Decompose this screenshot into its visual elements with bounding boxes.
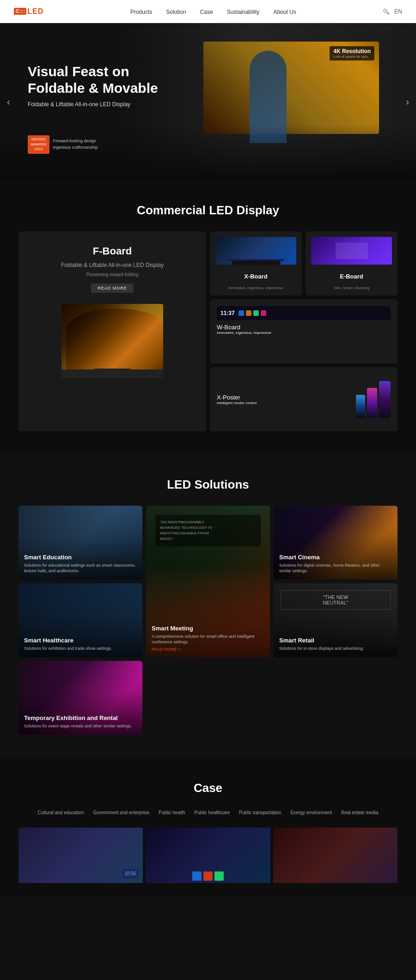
- cinema-content: Smart Cinema Solutions for digital cinem…: [279, 554, 392, 574]
- xposter-tagline: Intelligent cluster control: [217, 401, 351, 405]
- right-products: X-Board Innovative, Ingenious, Impressiv…: [210, 231, 398, 431]
- meeting-title: Smart Meeting: [152, 625, 264, 632]
- wboard-name: W-Board: [217, 324, 271, 331]
- products-grid: F-Board Foldable & Liftable All-in-one L…: [18, 231, 398, 431]
- wboard-icon-4: [261, 310, 266, 316]
- hero-subtitle: Foldable & Liftable All-in-one LED Displ…: [28, 101, 166, 108]
- wboard-display: 11:37: [217, 306, 391, 320]
- healthcare-title: Smart Healthcare: [24, 637, 137, 644]
- nav-item-about[interactable]: About Us: [273, 7, 296, 16]
- exhibition-desc: Solutions for event stage rentals and ot…: [24, 723, 137, 729]
- case-image-1[interactable]: 10:56: [18, 828, 143, 883]
- language-selector[interactable]: EN: [394, 8, 402, 15]
- xboard-name: X-Board: [244, 273, 268, 280]
- award-text: Forward-looking design ingenious craftsm…: [53, 138, 98, 151]
- hero-title: Visual Feast on Foldable & Movable: [28, 63, 166, 97]
- case-title: Case: [18, 781, 398, 795]
- fboard-sub: Pioneering inward-folding: [86, 272, 139, 277]
- education-desc: Solutions for educational settings such …: [24, 563, 137, 574]
- navbar-icons: 🔍 EN: [383, 8, 402, 15]
- education-content: Smart Education Solutions for educationa…: [24, 554, 137, 574]
- hero-section: 4K Resolution Lots of space for you Visu…: [0, 23, 416, 180]
- product-card-xposter[interactable]: X-Poster Intelligent cluster control: [210, 367, 398, 431]
- retail-desc: Solutions for in-store displays and adve…: [279, 646, 392, 652]
- case-section: Case Cultural and education Government a…: [0, 758, 416, 897]
- fboard-image: [61, 304, 163, 378]
- solution-card-exhibition[interactable]: Temporary Exhibition and Rental Solution…: [18, 661, 142, 735]
- case-image-3[interactable]: [273, 828, 398, 883]
- logo[interactable]: C□□ LED: [14, 7, 43, 16]
- xposter-name: X-Poster: [217, 394, 351, 401]
- fboard-tagline: Foldable & Liftable All-in-one LED Displ…: [61, 262, 164, 268]
- case-tab-realestate[interactable]: Real estate media: [341, 809, 379, 816]
- hero-resolution-badge: 4K Resolution Lots of space for you: [330, 46, 374, 60]
- poster-panel-2: [367, 388, 377, 418]
- case-tab-energy[interactable]: Energy environment: [290, 809, 332, 816]
- wboard-icon-1: [239, 310, 244, 316]
- meeting-desc: A comprehensive solution for smart offic…: [152, 634, 264, 645]
- hero-award: DESIGN AWARDS 2023 Forward-looking desig…: [28, 135, 166, 153]
- solution-card-education[interactable]: Smart Education Solutions for educationa…: [18, 506, 142, 580]
- solutions-section: LED Solutions Smart Education Solutions …: [0, 454, 416, 758]
- hero-next-arrow[interactable]: ›: [406, 97, 409, 107]
- commercial-section: Commercial LED Display F-Board Foldable …: [0, 180, 416, 454]
- logo-text: LED: [27, 7, 43, 16]
- cinema-desc: Solutions for digital cinemas, home thea…: [279, 563, 392, 574]
- nav-item-case[interactable]: Case: [200, 7, 213, 16]
- wboard-tagline: Innovative, ingenious, impressive: [217, 331, 271, 335]
- solution-card-cinema[interactable]: Smart Cinema Solutions for digital cinem…: [274, 506, 398, 580]
- case-tab-publichealth[interactable]: Public health: [159, 809, 185, 816]
- product-card-eboard[interactable]: E-Board Slim, Smart, Stunning: [306, 231, 398, 296]
- product-card-wboard[interactable]: 11:37 W-Board Innovative, ingenious, imp…: [210, 299, 398, 363]
- solutions-grid: Smart Education Solutions for educationa…: [18, 506, 398, 735]
- solution-card-meeting[interactable]: "SO INDISTINGUISHABLYADVANCED TECHNOLOGY…: [146, 506, 270, 657]
- retail-content: Smart Retail Solutions for in-store disp…: [279, 637, 392, 652]
- cinema-title: Smart Cinema: [279, 554, 392, 561]
- case-tabs: Cultural and education Government and en…: [18, 809, 398, 816]
- case-tab-transport[interactable]: Public transportation: [239, 809, 281, 816]
- poster-panel-1: [356, 395, 365, 418]
- healthcare-desc: Solutions for exhibition and trade show …: [24, 646, 137, 652]
- search-icon[interactable]: 🔍: [383, 8, 390, 15]
- navbar: C□□ LED Products Solution Case Sustainab…: [0, 0, 416, 23]
- exhibition-content: Temporary Exhibition and Rental Solution…: [24, 714, 137, 729]
- eboard-tagline: Slim, Smart, Stunning: [334, 286, 369, 290]
- meeting-cta[interactable]: READ MORE >: [152, 647, 264, 652]
- solution-card-retail[interactable]: "THE NEWNEUTRAL" Smart Retail Solutions …: [274, 583, 398, 657]
- hero-prev-arrow[interactable]: ‹: [7, 97, 10, 107]
- retail-title: Smart Retail: [279, 637, 392, 644]
- healthcare-content: Smart Healthcare Solutions for exhibitio…: [24, 637, 137, 652]
- hero-content: Visual Feast on Foldable & Movable Folda…: [0, 49, 166, 153]
- logo-icon: C□□: [14, 8, 26, 15]
- wboard-icon-2: [246, 310, 251, 316]
- meeting-content: Smart Meeting A comprehensive solution f…: [152, 625, 264, 652]
- exhibition-title: Temporary Exhibition and Rental: [24, 714, 137, 721]
- wboard-icon-3: [253, 310, 259, 316]
- nav-item-solution[interactable]: Solution: [166, 7, 186, 16]
- nav-item-products[interactable]: Products: [130, 7, 152, 16]
- case-tab-cultural[interactable]: Cultural and education: [37, 809, 84, 816]
- education-title: Smart Education: [24, 554, 137, 561]
- case-image-2[interactable]: [146, 828, 270, 883]
- nav-menu: Products Solution Case Sustainability Ab…: [130, 7, 296, 16]
- commercial-title: Commercial LED Display: [18, 203, 398, 218]
- product-card-fboard[interactable]: F-Board Foldable & Liftable All-in-one L…: [18, 231, 206, 431]
- product-card-xboard[interactable]: X-Board Innovative, Ingenious, Impressiv…: [210, 231, 302, 296]
- nav-item-sustainability[interactable]: Sustainability: [227, 7, 260, 16]
- case-images-grid: 10:56: [18, 828, 398, 883]
- eboard-name: E-Board: [340, 273, 363, 280]
- poster-panel-3: [379, 381, 391, 418]
- fboard-name: F-Board: [93, 245, 132, 257]
- solutions-title: LED Solutions: [18, 478, 398, 492]
- solution-card-healthcare[interactable]: Smart Healthcare Solutions for exhibitio…: [18, 583, 142, 657]
- award-badge: DESIGN AWARDS 2023: [28, 135, 49, 153]
- xboard-tagline: Innovative, Ingenious, Impressive: [228, 286, 283, 290]
- case-tab-healthcare[interactable]: Public healthcare: [195, 809, 230, 816]
- case-tab-government[interactable]: Government and enterprise: [93, 809, 150, 816]
- fboard-cta[interactable]: READ MORE: [91, 284, 134, 293]
- xposter-visual: [356, 381, 391, 418]
